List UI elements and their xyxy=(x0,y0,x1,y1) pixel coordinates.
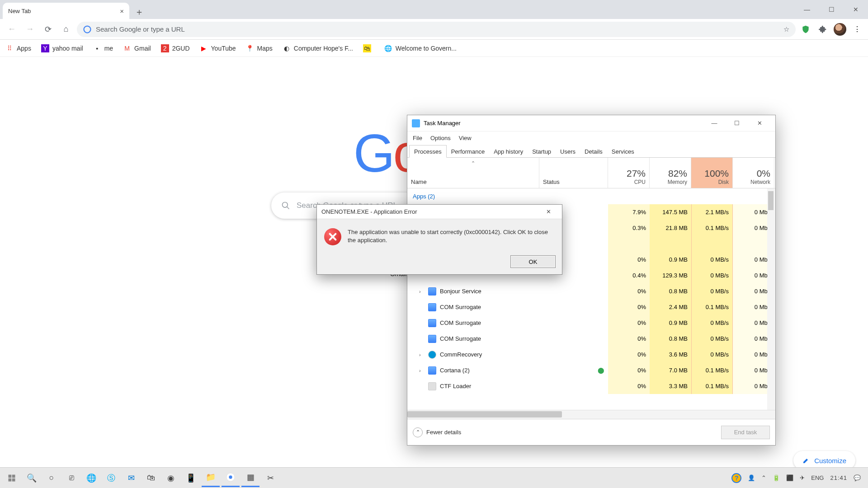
col-network[interactable]: 0%Network xyxy=(733,158,774,188)
bookmark-yahoo[interactable]: Yyahoo mail xyxy=(41,44,83,52)
shield-icon[interactable] xyxy=(799,23,812,36)
table-row[interactable]: ›Cortana (2)⬤0%7.0 MB0.1 MB/s0 Mbp xyxy=(407,362,775,378)
minimize-button[interactable]: ― xyxy=(795,0,819,19)
close-icon[interactable]: ✕ xyxy=(539,208,557,215)
bookmark-flipkart[interactable]: 🛍 xyxy=(363,44,374,52)
phone-icon[interactable]: 📱 xyxy=(182,469,200,487)
menu-file[interactable]: File xyxy=(413,135,422,141)
end-task-button[interactable]: End task xyxy=(721,426,770,439)
col-cpu[interactable]: 27%CPU xyxy=(608,158,650,188)
table-row[interactable]: CTF Loader0%3.3 MB0.1 MB/s0 Mbp xyxy=(407,378,775,394)
col-status[interactable]: Status xyxy=(539,158,608,188)
forward-button[interactable]: → xyxy=(23,22,37,37)
group-header[interactable]: Apps (2) xyxy=(407,188,775,204)
svg-point-10 xyxy=(229,475,232,479)
avatar[interactable] xyxy=(834,23,846,36)
cell-disk: 0.1 MB/s xyxy=(691,378,733,394)
notifications-icon[interactable]: 💬 xyxy=(854,474,861,481)
extensions-icon[interactable] xyxy=(816,23,829,36)
col-name[interactable]: ⌃ Name xyxy=(407,158,539,188)
address-bar[interactable]: Search Google or type a URL ☆ xyxy=(77,22,796,37)
cell-cpu: 0% xyxy=(608,378,650,394)
back-button[interactable]: ← xyxy=(5,22,19,37)
cell-cpu: 0% xyxy=(608,347,650,362)
explorer-icon[interactable]: 📁 xyxy=(202,469,220,487)
flipkart-icon: 🛍 xyxy=(363,44,371,52)
task-view-button[interactable]: ⎚ xyxy=(62,469,80,487)
table-row[interactable]: ›CommRecovery0%3.6 MB0 MB/s0 Mbp xyxy=(407,347,775,362)
table-row[interactable]: COM Surrogate0%0.9 MB0 MB/s0 Mbp xyxy=(407,315,775,331)
error-message: The application was unable to start corr… xyxy=(348,228,555,244)
cell-disk: 0 MB/s xyxy=(691,315,733,331)
language-indicator[interactable]: ENG xyxy=(811,474,824,481)
reload-button[interactable]: ⟳ xyxy=(41,22,55,37)
menu-options[interactable]: Options xyxy=(430,135,451,141)
close-icon[interactable]: × xyxy=(120,7,124,15)
globe-icon: ◐ xyxy=(283,44,291,52)
maximize-button[interactable]: ☐ xyxy=(726,115,748,131)
cortana-button[interactable]: ○ xyxy=(42,469,61,487)
cell-disk: 0.1 MB/s xyxy=(691,362,733,378)
bookmark-maps[interactable]: 📍Maps xyxy=(246,44,273,52)
task-manager-titlebar[interactable]: Task Manager ― ☐ ✕ xyxy=(407,115,775,131)
col-disk[interactable]: 100%Disk xyxy=(691,158,733,188)
store-icon[interactable]: 🛍 xyxy=(142,469,160,487)
mail-icon[interactable]: ✉ xyxy=(122,469,140,487)
battery-icon[interactable]: 🔋 xyxy=(773,474,780,481)
help-icon[interactable]: ? xyxy=(731,473,741,483)
table-row[interactable]: COM Surrogate0%0.8 MB0 MB/s0 Mbp xyxy=(407,331,775,347)
minimize-button[interactable]: ― xyxy=(703,115,726,131)
bookmark-apps[interactable]: ⠿Apps xyxy=(5,44,31,52)
cell-memory: 0.8 MB xyxy=(650,331,691,347)
task-manager-taskbar-icon[interactable]: ▦ xyxy=(241,469,259,487)
cell-disk: 0 MB/s xyxy=(691,331,733,347)
search-button[interactable]: 🔍 xyxy=(23,469,41,487)
start-button[interactable] xyxy=(3,469,21,487)
bookmark-computerhope[interactable]: ◐Computer Hope's F... xyxy=(283,44,353,52)
error-titlebar[interactable]: ONENOTEM.EXE - Application Error ✕ xyxy=(317,205,562,219)
col-memory[interactable]: 82%Memory xyxy=(650,158,691,188)
browser-tab[interactable]: New Tab × xyxy=(3,3,129,19)
bookmark-govern[interactable]: 🌐Welcome to Govern... xyxy=(384,44,457,52)
scrollbar-vertical[interactable] xyxy=(767,188,775,410)
network-icon[interactable]: ⬛ xyxy=(786,474,793,481)
skype-icon[interactable]: Ⓢ xyxy=(102,469,120,487)
tab-app-history[interactable]: App history xyxy=(489,145,528,157)
tab-performance[interactable]: Performance xyxy=(447,145,489,157)
chevron-up-icon[interactable]: ⌃ xyxy=(761,474,766,481)
chevron-right-icon[interactable]: › xyxy=(419,368,425,373)
scrollbar-horizontal[interactable] xyxy=(407,410,775,419)
chevron-right-icon[interactable]: › xyxy=(419,352,425,357)
bookmark-2gud[interactable]: 22GUD xyxy=(161,44,190,52)
fewer-details-button[interactable]: ⌃ Fewer details xyxy=(413,427,461,437)
chrome-taskbar-icon[interactable] xyxy=(222,469,240,487)
tab-startup[interactable]: Startup xyxy=(528,145,556,157)
table-row[interactable]: ›Bonjour Service0%0.8 MB0 MB/s0 Mbp xyxy=(407,283,775,299)
bookmark-youtube[interactable]: ▶YouTube xyxy=(200,44,236,52)
star-icon[interactable]: ☆ xyxy=(783,25,789,33)
tab-details[interactable]: Details xyxy=(580,145,607,157)
close-button[interactable]: ✕ xyxy=(844,0,868,19)
clock[interactable]: 21:41 xyxy=(830,474,847,481)
people-icon[interactable]: 👤 xyxy=(748,474,755,481)
chevron-right-icon[interactable]: › xyxy=(419,289,425,294)
tab-processes[interactable]: Processes xyxy=(409,145,447,158)
snip-icon[interactable]: ✂ xyxy=(261,469,279,487)
menu-icon[interactable]: ⋮ xyxy=(851,23,863,36)
maximize-button[interactable]: ☐ xyxy=(819,0,844,19)
bookmark-gmail[interactable]: MGmail xyxy=(123,44,151,52)
table-row[interactable]: COM Surrogate0%2.4 MB0.1 MB/s0 Mbp xyxy=(407,299,775,315)
tab-services[interactable]: Services xyxy=(607,145,639,157)
close-button[interactable]: ✕ xyxy=(748,115,771,131)
page-icon: ▪ xyxy=(93,44,101,52)
airplane-icon[interactable]: ✈ xyxy=(800,474,805,481)
app-icon[interactable]: ◉ xyxy=(162,469,180,487)
bookmark-me[interactable]: ▪me xyxy=(93,44,113,52)
new-tab-button[interactable]: ＋ xyxy=(132,5,146,19)
gmail-icon: M xyxy=(123,44,131,52)
home-button[interactable]: ⌂ xyxy=(59,22,73,37)
menu-view[interactable]: View xyxy=(459,135,472,141)
edge-icon[interactable]: 🌐 xyxy=(82,469,100,487)
ok-button[interactable]: OK xyxy=(510,255,556,268)
tab-users[interactable]: Users xyxy=(556,145,580,157)
